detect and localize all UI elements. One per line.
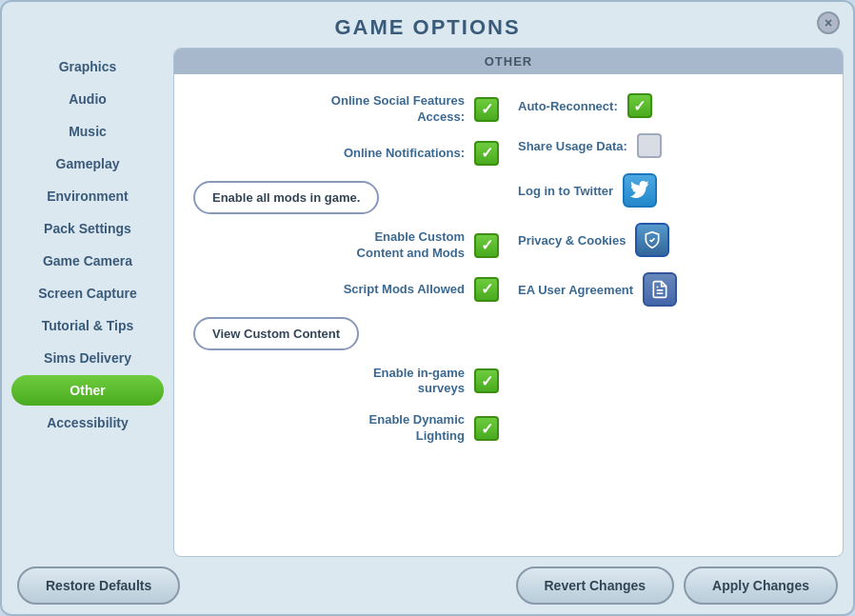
ea-user-agreement-row: EA User Agreement <box>518 272 824 307</box>
online-social-features-label: Online Social FeaturesAccess: <box>331 93 465 126</box>
auto-reconnect-row: Auto-Reconnect: <box>518 93 824 118</box>
title-bar: Game Options × <box>2 2 853 48</box>
revert-changes-button[interactable]: Revert Changes <box>516 566 675 605</box>
sidebar-item-pack-settings[interactable]: Pack Settings <box>11 213 164 244</box>
settings-area: Online Social FeaturesAccess: Online Not… <box>174 74 843 556</box>
privacy-cookies-button[interactable] <box>635 223 669 257</box>
enable-in-game-surveys-row: Enable in-gamesurveys <box>193 366 499 398</box>
log-in-twitter-row: Log in to Twitter <box>518 173 824 208</box>
sidebar-item-tutorial-tips[interactable]: Tutorial & Tips <box>11 310 164 341</box>
enable-dynamic-lighting-checkbox[interactable] <box>474 416 499 441</box>
game-options-window: Game Options × Graphics Audio Music Game… <box>0 0 855 616</box>
enable-in-game-surveys-checkbox[interactable] <box>474 368 499 393</box>
sidebar-item-music[interactable]: Music <box>11 116 164 147</box>
auto-reconnect-label: Auto-Reconnect: <box>518 99 618 113</box>
footer-right-buttons: Revert Changes Apply Changes <box>516 566 839 605</box>
view-custom-content-button[interactable]: View Custom Content <box>193 317 359 350</box>
main-area: Graphics Audio Music Gameplay Environmen… <box>2 48 853 557</box>
apply-changes-button[interactable]: Apply Changes <box>684 566 838 605</box>
script-mods-checkbox[interactable] <box>474 277 499 302</box>
enable-in-game-surveys-label: Enable in-gamesurveys <box>373 366 465 398</box>
enable-custom-content-checkbox[interactable] <box>474 233 499 258</box>
enable-dynamic-lighting-row: Enable DynamicLighting <box>193 412 499 445</box>
online-notifications-checkbox[interactable] <box>474 141 499 166</box>
left-column: Online Social FeaturesAccess: Online Not… <box>193 93 499 445</box>
privacy-cookies-label: Privacy & Cookies <box>518 233 626 248</box>
online-social-features-checkbox[interactable] <box>474 97 499 122</box>
log-in-twitter-label: Log in to Twitter <box>518 184 613 198</box>
content-panel: Other Online Social FeaturesAccess: Onli… <box>173 48 844 557</box>
section-header: Other <box>174 49 843 74</box>
privacy-cookies-row: Privacy & Cookies <box>518 223 824 257</box>
online-notifications-label: Online Notifications: <box>344 146 465 160</box>
restore-defaults-button[interactable]: Restore Defaults <box>17 566 180 605</box>
enable-dynamic-lighting-label: Enable DynamicLighting <box>369 412 465 445</box>
sidebar: Graphics Audio Music Gameplay Environmen… <box>11 48 164 557</box>
enable-custom-content-label: Enable CustomContent and Mods <box>357 229 465 262</box>
script-mods-label: Script Mods Allowed <box>344 282 465 296</box>
sidebar-item-graphics[interactable]: Graphics <box>11 51 164 82</box>
window-title: Game Options <box>2 15 853 40</box>
sidebar-item-gameplay[interactable]: Gameplay <box>11 149 164 179</box>
online-notifications-row: Online Notifications: <box>193 141 499 166</box>
share-usage-data-checkbox[interactable] <box>637 133 662 158</box>
sidebar-item-other[interactable]: Other <box>11 375 164 406</box>
right-column: Auto-Reconnect: Share Usage Data: Log in… <box>518 93 824 445</box>
share-usage-data-label: Share Usage Data: <box>518 139 627 153</box>
sidebar-item-game-camera[interactable]: Game Camera <box>11 246 164 276</box>
share-usage-data-row: Share Usage Data: <box>518 133 824 158</box>
script-mods-row: Script Mods Allowed <box>193 277 499 302</box>
view-custom-content-row: View Custom Content <box>193 317 499 350</box>
sidebar-item-accessibility[interactable]: Accessibility <box>11 407 164 438</box>
twitter-button[interactable] <box>623 173 657 208</box>
close-button[interactable]: × <box>817 11 840 34</box>
footer: Restore Defaults Revert Changes Apply Ch… <box>2 557 853 614</box>
enable-mods-button[interactable]: Enable all mods in game. <box>193 181 379 214</box>
ea-user-agreement-button[interactable] <box>643 272 677 307</box>
sidebar-item-sims-delivery[interactable]: Sims Delivery <box>11 343 164 373</box>
online-social-features-row: Online Social FeaturesAccess: <box>193 93 499 126</box>
enable-mods-row: Enable all mods in game. <box>193 181 499 214</box>
enable-custom-content-row: Enable CustomContent and Mods <box>193 229 499 262</box>
sidebar-item-screen-capture[interactable]: Screen Capture <box>11 278 164 308</box>
auto-reconnect-checkbox[interactable] <box>627 93 652 118</box>
sidebar-item-audio[interactable]: Audio <box>11 84 164 114</box>
ea-user-agreement-label: EA User Agreement <box>518 283 633 297</box>
sidebar-item-environment[interactable]: Environment <box>11 181 164 211</box>
